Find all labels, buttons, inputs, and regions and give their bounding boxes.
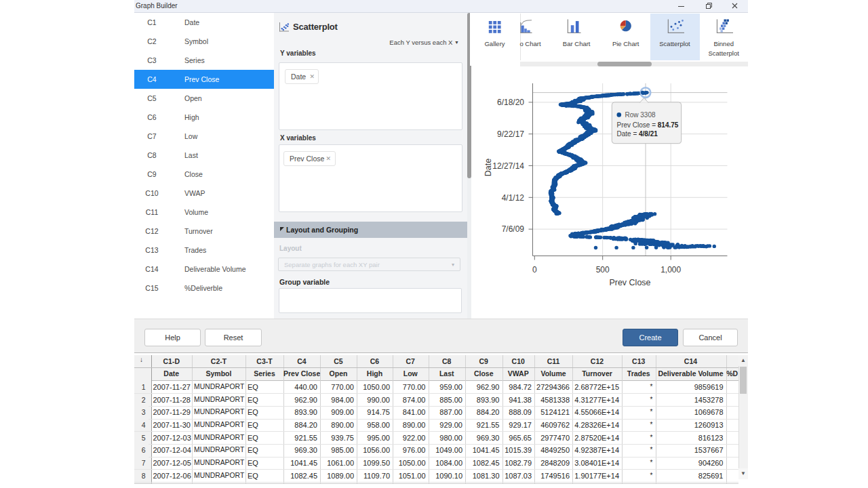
svg-text:6/18/20: 6/18/20 — [497, 98, 524, 107]
svg-text:4/1/12: 4/1/12 — [502, 193, 525, 203]
svg-text:7/6/09: 7/6/09 — [502, 224, 525, 234]
svg-text:500: 500 — [596, 265, 610, 274]
svg-text:0: 0 — [532, 265, 537, 274]
svg-text:Prev Close = 814.75: Prev Close = 814.75 — [617, 121, 679, 129]
svg-text:1,000: 1,000 — [660, 265, 681, 274]
svg-text:Date: Date — [484, 159, 493, 176]
svg-text:Prev Close: Prev Close — [609, 278, 650, 287]
svg-text:12/27/14: 12/27/14 — [492, 161, 524, 171]
svg-text:Date = 4/8/21: Date = 4/8/21 — [617, 130, 658, 138]
svg-text:Row 3308: Row 3308 — [625, 111, 656, 119]
svg-text:9/22/17: 9/22/17 — [497, 129, 524, 139]
